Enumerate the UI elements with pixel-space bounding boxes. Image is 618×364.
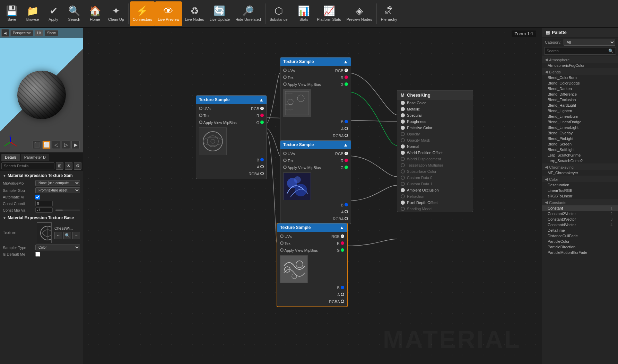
mat-pin-opacitymask[interactable] [401, 138, 405, 142]
sampler-select[interactable]: From texture asset [35, 187, 80, 193]
substance-button[interactable]: ⬡ Substance [267, 1, 290, 26]
previewnodes-button[interactable]: ◈ Preview Nodes [344, 1, 375, 26]
n4-tex-in[interactable] [280, 241, 284, 245]
pin-uvs-in[interactable] [199, 107, 202, 110]
n3-rgb-out[interactable] [345, 152, 348, 155]
platformstats-button[interactable]: 📈 Platform Stats [314, 1, 344, 26]
palette-item-colordodge[interactable]: Blend_ColorDodge [542, 80, 618, 86]
n2-r-out[interactable] [345, 76, 348, 79]
palette-item-deltatime[interactable]: DeltaTime [542, 228, 618, 233]
const-coord-input[interactable] [35, 201, 53, 206]
livenodes-button[interactable]: ♻ Live Nodes [182, 1, 207, 26]
n3-uvs-in[interactable] [283, 152, 287, 155]
node-1-header[interactable]: Texture Sample ▲ [196, 96, 267, 104]
search-button[interactable]: 🔍 Search [64, 1, 85, 26]
pin-a-out[interactable] [260, 165, 264, 168]
node-1-collapse[interactable]: ▲ [259, 97, 264, 103]
n4-mip-in[interactable] [280, 248, 284, 252]
livepreview-button[interactable]: 👁 Live Preview [155, 1, 182, 26]
mat-pin-tessellation[interactable] [401, 163, 405, 167]
show-button[interactable]: Show [45, 30, 58, 36]
n2-tex-in[interactable] [283, 76, 287, 79]
palette-item-screen[interactable]: Blend_Screen [542, 141, 618, 147]
pin-rgba-out[interactable] [260, 172, 264, 175]
palette-item-constant4vector[interactable]: Constant4Vector 4 [542, 222, 618, 228]
n2-uvs-in[interactable] [283, 69, 287, 72]
viewport-icon-1[interactable]: ⬛ [33, 141, 41, 149]
n3-r-out[interactable] [345, 159, 348, 162]
mat-pin-metallic[interactable] [401, 107, 405, 111]
texture-browse-icon[interactable]: ← [54, 232, 62, 239]
palette-item-constant2vector[interactable]: Constant2Vector 2 [542, 211, 618, 216]
n4-a-out[interactable] [341, 293, 344, 296]
n2-a-out[interactable] [345, 127, 348, 130]
const-mip-input[interactable] [35, 207, 53, 213]
n2-g-out[interactable] [345, 82, 348, 86]
mat-pin-roughness[interactable] [401, 119, 405, 124]
pin-g-out[interactable] [260, 121, 264, 124]
n3-tex-in[interactable] [283, 159, 287, 162]
mat-pin-customdata1[interactable] [401, 182, 405, 186]
node-4-header[interactable]: Texture Sample ▲ [277, 223, 347, 232]
palette-item-colorburn[interactable]: Blend_ColorBurn [542, 75, 618, 80]
apply-button[interactable]: ✔ Apply [43, 1, 64, 26]
mat-pin-pixeldepth[interactable] [401, 201, 405, 205]
hierarchy-button[interactable]: ⛐ Hierarchy [378, 1, 400, 26]
tab-details[interactable]: Details [1, 154, 20, 161]
viewport-icon-5[interactable]: ▶ [71, 141, 80, 149]
n2-rgba-out[interactable] [345, 134, 348, 137]
n4-rgba-out[interactable] [341, 300, 344, 303]
mat-pin-normal[interactable] [401, 144, 405, 149]
palette-item-scratchgrime2[interactable]: Lerp_ScratchGrime2 [542, 158, 618, 163]
palette-item-hardlight[interactable]: Blend_HardLight [542, 103, 618, 108]
mat-pin-customdata0[interactable] [401, 176, 405, 180]
mat-pin-opacity[interactable] [401, 132, 405, 136]
pin-tex-in[interactable] [199, 114, 202, 117]
palette-item-particledirection[interactable]: ParticleDirection [542, 244, 618, 250]
n4-uvs-in[interactable] [280, 234, 284, 238]
texture-open-icon[interactable]: → [72, 232, 80, 239]
mipvalue-select[interactable]: None (use compute [35, 180, 80, 186]
n2-mip-in[interactable] [283, 82, 287, 86]
tab-parameter[interactable]: Parameter D [21, 154, 49, 161]
palette-item-exclusion[interactable]: Blend_Exclusion [542, 97, 618, 103]
perspective-button[interactable]: Perspective [10, 30, 33, 36]
palette-item-softlight[interactable]: Blend_SoftLight [542, 147, 618, 152]
palette-item-chromakeyer[interactable]: MF_Chromakeyer [542, 170, 618, 176]
viewport-icon-4[interactable]: ▷ [62, 141, 70, 149]
mat-pin-specular[interactable] [401, 113, 405, 117]
palette-item-linearlight[interactable]: Blend_LinearLight [542, 125, 618, 130]
palette-item-difference[interactable]: Blend_Difference [542, 91, 618, 97]
palette-category-select[interactable]: All [564, 39, 615, 46]
node-2-header[interactable]: Texture Sample ▲ [280, 57, 351, 66]
viewport-icon-3[interactable]: ◁ [52, 141, 60, 149]
n4-rgb-out[interactable] [341, 234, 344, 238]
palette-item-srgbtolinear[interactable]: sRGBToLinear [542, 193, 618, 199]
palette-item-darken[interactable]: Blend_Darken [542, 86, 618, 91]
pin-r-out[interactable] [260, 114, 264, 117]
n2-b-out[interactable] [345, 120, 348, 123]
save-button[interactable]: 💾 Save [1, 1, 22, 26]
node-3-collapse[interactable]: ▲ [343, 142, 348, 148]
node-2-collapse[interactable]: ▲ [343, 59, 348, 64]
automatic-checkbox[interactable] [35, 195, 40, 199]
pin-b-out[interactable] [260, 158, 264, 161]
n4-g-out[interactable] [341, 248, 344, 252]
palette-item-atmosphericfogcolor[interactable]: AtmosphericFogColor [542, 63, 618, 68]
connectors-button[interactable]: ⚡ Connectors [130, 1, 155, 26]
palette-item-constant[interactable]: Constant 1 [542, 205, 618, 211]
n3-a-out[interactable] [345, 210, 348, 213]
pin-rgb-out[interactable] [260, 107, 264, 110]
palette-item-scratchgrime[interactable]: Lerp_ScratchGrime [542, 152, 618, 158]
hideunrelated-button[interactable]: 🔎 Hide Unrelated [233, 1, 263, 26]
palette-item-particlecolor[interactable]: ParticleColor [542, 239, 618, 244]
texture-find-icon[interactable]: 🔍 [63, 232, 71, 239]
lit-button[interactable]: Lit [35, 30, 43, 36]
mat-pin-basecolor[interactable] [401, 101, 405, 105]
cleanup-button[interactable]: ✦ Clean Up [105, 1, 127, 26]
details-grid-icon[interactable]: ⊞ [56, 162, 63, 170]
isdefault-checkbox[interactable] [35, 252, 40, 257]
mat-pin-worldpos[interactable] [401, 151, 405, 155]
node-4-collapse[interactable]: ▲ [339, 225, 344, 230]
palette-item-pinlight[interactable]: Blend_PinLight [542, 136, 618, 141]
